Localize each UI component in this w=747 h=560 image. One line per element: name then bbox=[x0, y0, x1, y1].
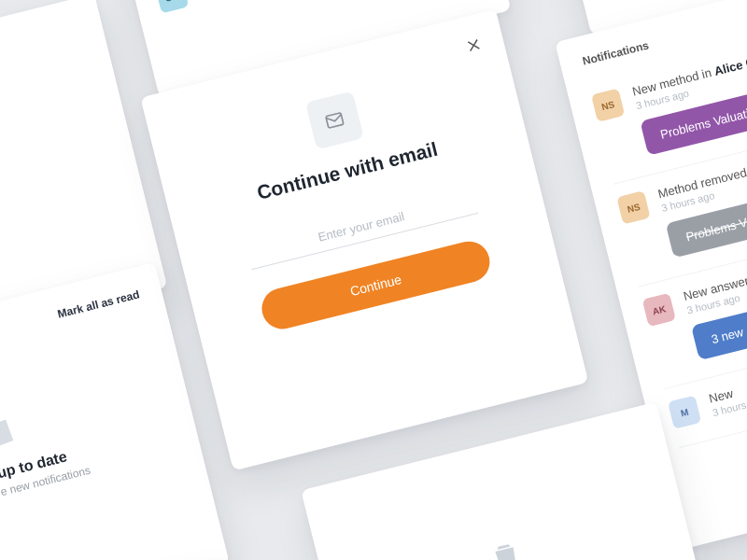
calendar-day[interactable] bbox=[54, 226, 87, 256]
calendar-day[interactable] bbox=[0, 177, 33, 207]
calendar-day[interactable] bbox=[15, 236, 48, 266]
trash-icon bbox=[486, 535, 526, 560]
avatar: GO bbox=[155, 0, 189, 13]
calendar-day[interactable] bbox=[79, 158, 112, 188]
avatar: AK bbox=[642, 293, 676, 327]
calendar-day[interactable] bbox=[7, 206, 40, 236]
mark-all-read-link[interactable]: Mark all as read bbox=[56, 287, 141, 320]
avatar: NS bbox=[616, 190, 650, 224]
calendar-day[interactable] bbox=[0, 245, 8, 275]
calendar-day[interactable] bbox=[94, 216, 127, 245]
calendar-day[interactable] bbox=[47, 197, 79, 227]
close-icon[interactable] bbox=[462, 34, 485, 56]
contact-row[interactable]: GOGilbert Owen bbox=[153, 0, 472, 21]
calendar-day[interactable] bbox=[72, 129, 105, 159]
notifications-header: Notifications bbox=[581, 38, 650, 67]
note-icon bbox=[0, 410, 21, 455]
calendar-day[interactable] bbox=[0, 148, 26, 178]
avatar: NS bbox=[591, 88, 625, 121]
calendar-day[interactable] bbox=[0, 217, 1, 246]
calendar-day[interactable] bbox=[33, 139, 65, 169]
calendar-day[interactable] bbox=[87, 187, 120, 217]
envelope-icon bbox=[305, 91, 364, 149]
avatar: M bbox=[668, 395, 701, 428]
calendar-day[interactable] bbox=[40, 168, 73, 198]
